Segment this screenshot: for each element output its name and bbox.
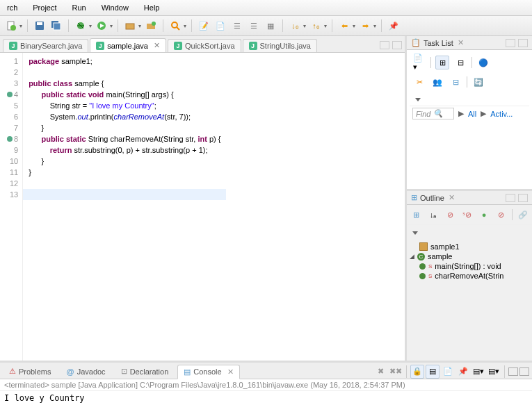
expand-icon[interactable] — [412, 231, 418, 235]
remove-all-icon[interactable]: ✖✖ — [389, 365, 403, 379]
run-icon[interactable] — [95, 19, 108, 33]
format-icon[interactable]: 📄 — [213, 19, 227, 33]
debug-icon[interactable] — [74, 19, 88, 33]
outline-package[interactable]: sample1 — [410, 242, 529, 251]
back-icon[interactable]: ⬅ — [337, 19, 351, 33]
svg-rect-11 — [126, 24, 134, 29]
prev-annot-icon[interactable]: ↓₀ — [288, 19, 302, 33]
save-all-icon[interactable] — [49, 19, 63, 33]
focus-outline-icon[interactable]: ⊞ — [410, 208, 422, 222]
outline-panel: ⊞ Outline ✕ ⊞ ↓ₐ ⊘ ˢ⊘ ● ⊘ 🔗 sampl — [407, 189, 532, 361]
search-icon[interactable] — [168, 19, 182, 33]
forward-icon[interactable]: ➡ — [358, 19, 372, 33]
show-console-icon[interactable]: ▤ — [426, 365, 440, 379]
schedule-icon[interactable]: ⊟ — [453, 56, 467, 69]
pin-icon[interactable]: 📌 — [387, 19, 401, 33]
tasklist-icon: 📋 — [411, 38, 421, 47]
svg-point-13 — [152, 22, 156, 26]
bottom-panel: ⚠Problems @Javadoc ⊡Declaration ▤Console… — [0, 361, 532, 405]
hide-nonpublic-icon[interactable]: ● — [478, 208, 490, 222]
editor-area: JBinarySearch.java Jsample.java✕ JQuickS… — [0, 36, 407, 361]
save-icon[interactable] — [33, 19, 47, 33]
remove-launch-icon[interactable]: ✖ — [373, 365, 387, 379]
console-icon: ▤ — [184, 367, 191, 377]
outline-method-charremoveat[interactable]: S charRemoveAt(Strin — [410, 271, 529, 281]
hide-fields-icon[interactable]: ⊘ — [444, 208, 456, 222]
ws-icon[interactable]: ☰ — [230, 19, 244, 33]
menu-run[interactable]: Run — [65, 2, 93, 13]
tab-console[interactable]: ▤Console✕ — [177, 365, 239, 379]
next-annot-icon[interactable]: ↑₀ — [309, 19, 323, 33]
code-editor[interactable]: 12345678910111213 package sample1; publi… — [0, 53, 405, 361]
outline-method-main[interactable]: S main(String[]) : void — [410, 261, 529, 271]
svg-line-15 — [177, 27, 179, 30]
new-task-icon[interactable]: 📄▾ — [412, 56, 426, 69]
new-package-icon[interactable] — [123, 19, 137, 33]
maximize-icon[interactable] — [518, 194, 528, 202]
hide-static-icon[interactable]: ˢ⊘ — [460, 208, 473, 222]
menu-help[interactable]: Help — [137, 2, 167, 13]
maximize-icon[interactable] — [392, 41, 402, 49]
tab-binarysearch[interactable]: JBinarySearch.java — [3, 39, 88, 52]
outline-class[interactable]: ◢ C sample — [410, 251, 529, 261]
link-editor-icon[interactable]: 🔗 — [517, 208, 529, 222]
minimize-icon[interactable] — [508, 367, 518, 376]
people-icon[interactable]: 👥 — [430, 75, 444, 89]
javadoc-icon: @ — [66, 367, 74, 376]
method-icon — [419, 273, 426, 279]
collapse-icon[interactable]: ⊟ — [449, 75, 462, 89]
maximize-icon[interactable] — [518, 39, 528, 47]
java-file-icon: J — [9, 42, 17, 50]
all-link[interactable]: All — [468, 110, 476, 118]
tasklist-title: Task List — [424, 39, 453, 47]
method-icon — [419, 263, 426, 270]
new-class-icon[interactable] — [144, 19, 158, 33]
menu-window[interactable]: Window — [95, 2, 136, 13]
tab-declaration[interactable]: ⊡Declaration — [115, 364, 175, 379]
svg-point-14 — [172, 22, 177, 28]
expand-icon[interactable] — [415, 98, 421, 101]
new-icon[interactable] — [4, 19, 18, 33]
sync-icon[interactable]: 🔄 — [471, 75, 485, 89]
menu-search[interactable]: rch — [0, 2, 24, 13]
tasklist-panel: 📋 Task List ✕ 📄▾ ⊞ ⊟ 🔵 ✂ 👥 ⊟ — [407, 36, 532, 189]
cut-icon[interactable]: ✂ — [412, 75, 426, 89]
sort-icon[interactable]: ↓ₐ — [426, 208, 439, 222]
find-input[interactable]: Find🔍 — [412, 108, 454, 119]
maximize-icon[interactable] — [519, 367, 529, 376]
display-console-icon[interactable]: ▤▾ — [471, 365, 485, 379]
tab-problems[interactable]: ⚠Problems — [3, 364, 57, 379]
editor-tabs: JBinarySearch.java Jsample.java✕ JQuickS… — [0, 36, 405, 53]
scroll-lock-icon[interactable]: 🔒 — [410, 365, 424, 379]
tab-sample[interactable]: Jsample.java✕ — [90, 38, 166, 52]
close-icon[interactable]: ✕ — [227, 367, 234, 377]
clear-console-icon[interactable]: 📄 — [441, 365, 455, 379]
ws2-icon[interactable]: ☰ — [247, 19, 261, 33]
outline-icon: ⊞ — [411, 193, 417, 202]
categorize-icon[interactable]: ⊞ — [435, 56, 449, 69]
hide-local-icon[interactable]: ⊘ — [494, 208, 507, 222]
tab-quicksort[interactable]: JQuickSort.java — [168, 39, 241, 52]
block-icon[interactable]: ▦ — [264, 19, 277, 33]
close-icon[interactable]: ✕ — [449, 193, 455, 202]
minimize-icon[interactable] — [506, 194, 515, 202]
tab-stringutils[interactable]: JStringUtils.java — [243, 39, 317, 52]
tab-javadoc[interactable]: @Javadoc — [60, 365, 111, 379]
open-console-icon[interactable]: ▤▾ — [487, 365, 501, 379]
menu-bar: rch Project Run Window Help — [0, 0, 532, 16]
java-file-icon: J — [174, 42, 182, 50]
minimize-icon[interactable] — [506, 39, 515, 47]
main-toolbar: ▾ ▾ ▾ ▾ ▾ 📝 📄 ☰ ☰ ▦ ↓₀▾ ↑₀▾ ⬅▾ ➡▾ 📌 — [0, 16, 532, 36]
close-icon[interactable]: ✕ — [458, 38, 464, 47]
close-icon[interactable]: ✕ — [154, 41, 160, 50]
activate-link[interactable]: Activ... — [490, 110, 513, 118]
pin-console-icon[interactable]: 📌 — [456, 365, 470, 379]
focus-icon[interactable]: 🔵 — [476, 56, 490, 69]
package-icon — [419, 242, 428, 251]
problems-icon: ⚠ — [9, 367, 16, 376]
toggle-comment-icon[interactable]: 📝 — [197, 19, 211, 33]
menu-project[interactable]: Project — [26, 2, 63, 13]
line-gutter: 12345678910111213 — [0, 53, 23, 361]
minimize-icon[interactable] — [380, 41, 389, 49]
search-icon: 🔍 — [433, 109, 443, 118]
